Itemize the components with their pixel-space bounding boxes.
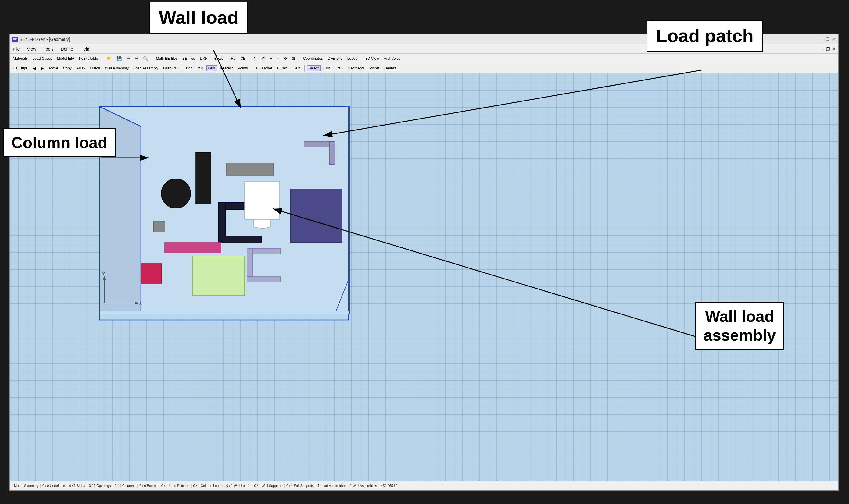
load-assembly-button[interactable]: Load Assembly (132, 65, 160, 71)
loads-button[interactable]: Loads (346, 55, 359, 61)
be-model-button[interactable]: BE Model (254, 65, 274, 71)
pink-bar[interactable] (165, 242, 221, 253)
right-arrow-button[interactable]: ▶ (39, 65, 46, 72)
wall-assembly-button[interactable]: Wall Assembly (103, 65, 131, 71)
zoom-button[interactable]: 🔍 (141, 55, 150, 61)
toolbar1: Materials Load Cases Model Info Points t… (10, 54, 838, 64)
points-snap-button[interactable]: Points (368, 65, 381, 71)
grid-button[interactable]: Grid (206, 65, 217, 71)
sep3 (227, 55, 227, 62)
move-button[interactable]: Move (47, 65, 60, 71)
opening-notch[interactable] (254, 219, 271, 229)
wall-load-assembly-annotation: Wall load assembly (695, 302, 784, 350)
menu-tools[interactable]: Tools (42, 46, 55, 52)
window-minimize2[interactable]: ─ (821, 47, 824, 52)
segments-button[interactable]: Segments (346, 65, 367, 71)
arch-axes-button[interactable]: Arch Axes (382, 55, 402, 61)
pink-square[interactable] (141, 264, 162, 283)
k-calc-button[interactable]: K Calc. (275, 65, 291, 71)
canvas-area[interactable]: X Y (10, 73, 838, 481)
load-patch-square[interactable] (290, 189, 342, 242)
match-button[interactable]: Match (88, 65, 102, 71)
coordinates-button[interactable]: Coordinates (301, 55, 325, 61)
title-bar-controls[interactable]: ─ □ ✕ (820, 36, 836, 42)
menu-file[interactable]: File (12, 46, 21, 52)
multi-be-files-button[interactable]: Multi-BE-files (154, 55, 179, 61)
column-circle[interactable] (161, 179, 191, 208)
load-cases-button[interactable]: Load Cases (31, 55, 54, 61)
c-shape-bottom[interactable] (219, 236, 261, 243)
status-model-summary: Model Summary (12, 484, 40, 488)
dxf-button[interactable]: DXF (198, 55, 209, 61)
materials-button[interactable]: Materials (11, 55, 30, 61)
window-close2[interactable]: ✕ (833, 47, 836, 52)
status-bar: Model Summary 0 / 0 Undefined 0 / 1 Slab… (10, 481, 838, 490)
tbpak-button[interactable]: TBpak (210, 55, 225, 61)
save-button[interactable]: 💾 (115, 55, 123, 62)
open-button[interactable]: 📂 (105, 55, 114, 62)
wall-load-rect[interactable] (196, 152, 211, 204)
sep5 (299, 55, 299, 62)
column-load-square[interactable] (153, 221, 165, 232)
zoom-in[interactable]: + (268, 55, 274, 61)
opening-rect[interactable] (245, 181, 280, 219)
copy-button[interactable]: Copy (61, 65, 73, 71)
status-openings: 0 / 1 Openings (87, 484, 113, 488)
redo-button[interactable]: ↪ (133, 55, 140, 61)
column-load-annotation: Column load (3, 128, 116, 157)
sep7 (182, 65, 182, 72)
re-button[interactable]: Re (229, 55, 237, 61)
mid-button[interactable]: Mid (195, 65, 205, 71)
sep2 (152, 55, 152, 62)
sep9 (304, 65, 305, 72)
beams-button[interactable]: Beams (383, 65, 398, 71)
sep8 (252, 65, 252, 72)
load-patch-rect[interactable] (226, 163, 274, 175)
minimize-button[interactable]: ─ (820, 36, 824, 42)
load-patch-annotation: Load patch (646, 20, 763, 52)
array-button[interactable]: Array (75, 65, 87, 71)
status-undefined: 0 / 0 Undefined (40, 484, 67, 488)
points-button[interactable]: Points (236, 65, 249, 71)
wall-asm-bottom[interactable] (247, 277, 280, 282)
divisions-button[interactable]: Divisions (326, 55, 344, 61)
grab-cg-button[interactable]: Grab CG (161, 65, 179, 71)
rotate-cw[interactable]: ↻ (252, 55, 259, 61)
model-info-button[interactable]: Model Info (55, 55, 76, 61)
zoom-out[interactable]: − (275, 55, 281, 61)
app-window: BE BE4E-PLGen - [Geometry] ─ □ ✕ File Vi… (9, 34, 838, 491)
close-button[interactable]: ✕ (832, 36, 836, 42)
menu-define[interactable]: Define (59, 46, 74, 52)
undo-button[interactable]: ↩ (125, 55, 132, 61)
nearest-button[interactable]: Nearest (218, 65, 235, 71)
window-title: BE4E-PLGen - [Geometry] (19, 37, 70, 42)
wall-load-annotation: Wall load (150, 1, 248, 34)
top-right-vert[interactable] (329, 142, 335, 164)
select-button[interactable]: Select (307, 65, 320, 71)
green-rect[interactable] (193, 256, 245, 295)
drawing-canvas[interactable]: X Y (10, 73, 838, 481)
be-files-button[interactable]: BE-files (180, 55, 197, 61)
del-dupl-button[interactable]: Del Dupl. (11, 65, 30, 71)
status-area: 452.965 L² (379, 484, 399, 488)
draw-button[interactable]: Draw (333, 65, 345, 71)
end-button[interactable]: End (184, 65, 194, 71)
menu-view[interactable]: View (26, 46, 37, 52)
status-column-loads: 0 / 1 Column Loads (191, 484, 224, 488)
clr-button[interactable]: Clr (239, 55, 247, 61)
sep6 (361, 55, 361, 62)
status-soil-supports: 0 / 4 Soil Supports (284, 484, 316, 488)
points-table-button[interactable]: Points table (77, 55, 100, 61)
rotate-ccw[interactable]: ↺ (260, 55, 267, 61)
left-arrow-button[interactable]: ◀ (31, 65, 38, 72)
run-button[interactable]: Run (292, 65, 302, 71)
edit-button[interactable]: Edit (322, 65, 332, 71)
pan-icon[interactable]: ✛ (282, 55, 289, 61)
grid-icon2[interactable]: ⊞ (290, 55, 297, 61)
model3d-button[interactable]: 3D View (364, 55, 381, 61)
app-icon: BE (12, 37, 18, 42)
status-slabs: 0 / 1 Slabs (67, 484, 87, 488)
window-restore2[interactable]: ❐ (826, 47, 830, 52)
maximize-button[interactable]: □ (826, 36, 829, 42)
menu-help[interactable]: Help (79, 46, 90, 52)
